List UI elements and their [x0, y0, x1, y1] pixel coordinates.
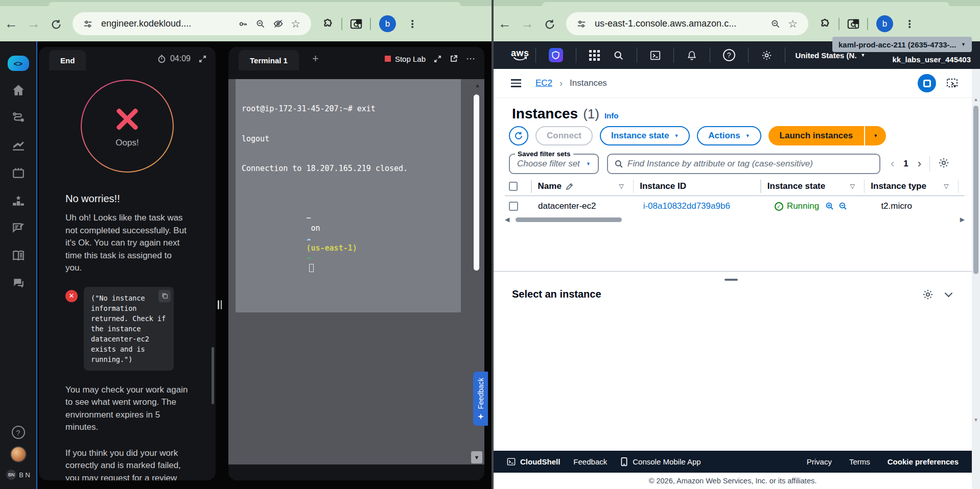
side-panel-search-icon[interactable]	[350, 18, 362, 30]
filter-zoom-out-icon[interactable]	[838, 202, 848, 211]
fullscreen-toggle-icon[interactable]	[918, 74, 936, 92]
nav-menu-icon[interactable]	[511, 79, 521, 87]
footer-terms[interactable]: Terms	[849, 457, 870, 466]
right-url-text[interactable]: us-east-1.console.aws.amazon.c...	[595, 18, 762, 29]
instance-state-dropdown[interactable]: Instance state▼	[600, 126, 690, 145]
expand-icon[interactable]	[199, 55, 206, 63]
search-icon[interactable]	[613, 50, 624, 61]
scroll-down-icon[interactable]: ▼	[973, 417, 978, 423]
actions-dropdown[interactable]: Actions▼	[697, 126, 761, 145]
terminal-output[interactable]: root@ip-172-31-45-207:~# exit logout Con…	[236, 79, 461, 312]
back-icon[interactable]: ←	[0, 16, 22, 32]
active-tab[interactable]	[49, 2, 461, 6]
left-address-bar[interactable]: engineer.kodekloud.... ☆	[73, 12, 311, 35]
row-checkbox[interactable]	[509, 202, 518, 211]
services-grid-icon[interactable]	[589, 50, 600, 61]
instance-id-link[interactable]: i-08a10832dd739a9b6	[643, 201, 762, 211]
panel-preferences-icon[interactable]	[922, 289, 934, 300]
launch-instances-button[interactable]: Launch instances ▼	[768, 126, 886, 145]
footer-mobile-app[interactable]: Console Mobile App	[620, 457, 701, 466]
result-scrollbar[interactable]	[212, 347, 214, 404]
instance-search[interactable]	[607, 154, 880, 174]
feedback-side-tab[interactable]: Feedback	[473, 372, 488, 426]
saved-filter-dropdown[interactable]: Saved filter sets Choose filter set ▼	[509, 154, 599, 174]
site-settings-icon[interactable]	[577, 19, 586, 29]
site-settings-icon[interactable]	[83, 19, 92, 29]
v-scroll-thumb[interactable]	[973, 106, 978, 274]
reload-icon[interactable]	[539, 16, 561, 32]
breadcrumb-ec2-link[interactable]: EC2	[535, 78, 552, 88]
docs-book-icon[interactable]	[12, 250, 25, 264]
learning-path-icon[interactable]	[12, 112, 25, 126]
calendar-icon[interactable]	[12, 167, 25, 181]
footer-cloudshell[interactable]: CloudShell	[507, 457, 560, 466]
collapse-panel-icon[interactable]	[945, 289, 953, 297]
kodekloud-logo[interactable]: <>	[8, 56, 29, 71]
h-scroll-thumb[interactable]	[516, 217, 622, 222]
page-vertical-scrollbar[interactable]: ▲ ▼	[972, 69, 980, 489]
extensions-icon[interactable]	[322, 18, 334, 30]
copy-icon[interactable]	[158, 290, 171, 302]
forward-icon[interactable]: →	[516, 16, 539, 32]
bookmark-star-icon[interactable]: ☆	[291, 18, 300, 30]
footer-feedback[interactable]: Feedback	[573, 457, 607, 466]
account-menu[interactable]: kaml-prod-acc-211 (2635-4733-...▼	[832, 37, 972, 52]
edit-name-icon[interactable]	[566, 183, 573, 190]
password-key-icon[interactable]	[238, 19, 248, 29]
region-selector[interactable]: United States (N.▼	[796, 51, 866, 60]
side-panel-search-icon[interactable]	[847, 18, 859, 30]
chrome-menu-icon[interactable]: ⋮	[904, 18, 915, 30]
state-sort-icon[interactable]: ▽	[850, 183, 858, 190]
back-icon[interactable]: ←	[494, 16, 516, 32]
cloudshell-icon[interactable]	[650, 50, 661, 61]
split-panel-icon[interactable]	[946, 78, 959, 89]
instance-search-input[interactable]	[627, 159, 873, 169]
stop-lab-button[interactable]: Stop Lab	[385, 55, 426, 63]
reload-icon[interactable]	[45, 16, 67, 32]
feedback-message-icon[interactable]	[12, 222, 25, 236]
open-in-new-icon[interactable]	[450, 55, 458, 63]
left-url-text[interactable]: engineer.kodekloud....	[101, 18, 229, 29]
split-panel-drag-handle[interactable]	[725, 279, 738, 281]
terminal-scrollbar[interactable]	[474, 94, 479, 271]
eye-off-icon[interactable]	[273, 18, 284, 29]
profile-avatar[interactable]: b	[379, 15, 396, 32]
help-icon[interactable]: ?	[12, 426, 25, 439]
expand-terminal-icon[interactable]	[434, 55, 441, 63]
info-link[interactable]: Info	[604, 111, 619, 120]
active-tab[interactable]	[542, 2, 949, 6]
footer-privacy[interactable]: Privacy	[807, 457, 832, 466]
filter-zoom-in-icon[interactable]	[825, 202, 834, 211]
name-sort-icon[interactable]: ▽	[619, 183, 627, 190]
end-tab[interactable]: End	[49, 50, 86, 70]
new-terminal-icon[interactable]: +	[312, 52, 319, 65]
terminal-scroll-down-icon[interactable]: ▼	[471, 451, 482, 463]
user-initials-badge[interactable]: BN	[6, 470, 16, 480]
connect-button[interactable]: Connect	[535, 126, 593, 145]
home-icon[interactable]	[12, 84, 25, 99]
help-icon[interactable]: ?	[723, 49, 735, 61]
scroll-left-icon[interactable]: ◀	[505, 216, 509, 223]
prev-page-icon[interactable]: ‹	[891, 157, 894, 170]
user-avatar[interactable]	[10, 446, 27, 462]
progress-icon[interactable]	[12, 139, 25, 154]
right-address-bar[interactable]: us-east-1.console.aws.amazon.c... ☆	[566, 12, 808, 35]
panel-resize-handle[interactable]	[217, 299, 223, 310]
console-app-icon[interactable]	[549, 48, 563, 62]
refresh-button[interactable]	[509, 126, 528, 145]
terminal-menu-icon[interactable]: ⋯	[466, 53, 476, 64]
chat-icon[interactable]	[12, 277, 25, 291]
scroll-up-icon[interactable]: ▲	[973, 96, 978, 102]
terminal-scroll-up-icon[interactable]: ▲	[475, 82, 480, 88]
type-sort-icon[interactable]: ▽	[944, 183, 951, 190]
settings-gear-icon[interactable]	[761, 50, 772, 61]
next-page-icon[interactable]: ›	[918, 157, 921, 170]
footer-cookie-preferences[interactable]: Cookie preferences	[888, 457, 959, 466]
terminal-pane[interactable]: root@ip-172-31-45-207:~# exit logout Con…	[228, 79, 484, 464]
table-preferences-icon[interactable]	[938, 157, 949, 170]
zoom-out-icon[interactable]	[771, 19, 781, 29]
forward-icon[interactable]: →	[22, 16, 45, 32]
instance-row[interactable]: datacenter-ec2 i-08a10832dd739a9b6 ✓ Run…	[505, 196, 965, 216]
zoom-out-icon[interactable]	[255, 19, 266, 29]
profile-avatar[interactable]: b	[876, 15, 893, 32]
